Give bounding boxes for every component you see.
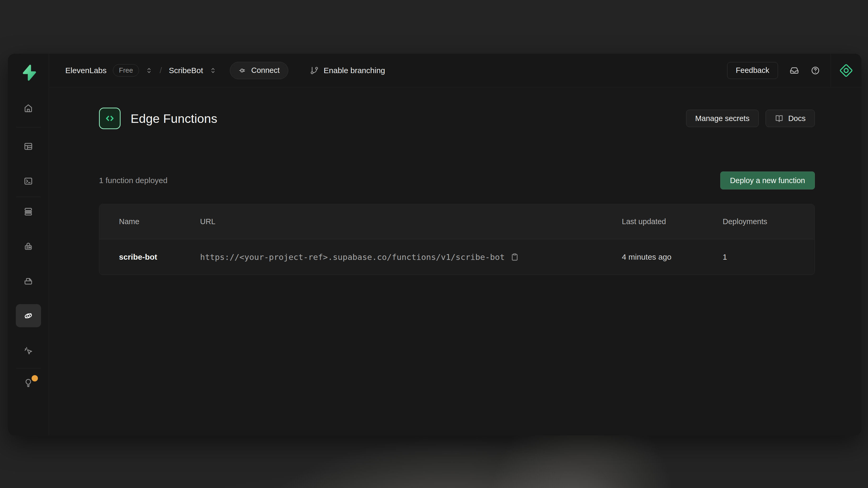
plug-icon [239,66,247,75]
breadcrumb: ElevenLabs Free / ScribeBot [65,62,385,79]
table-editor-icon [24,141,33,151]
notification-dot [32,375,38,382]
enable-branching-label: Enable branching [323,66,385,75]
git-branch-icon [310,66,319,75]
code-icon [104,112,116,124]
function-deployments: 1 [723,253,814,261]
deploy-new-function-button[interactable]: Deploy a new function [720,171,815,189]
connect-label: Connect [251,66,280,75]
page-title-group: Edge Functions [99,107,217,129]
screen: ElevenLabs Free / ScribeBot [0,0,868,488]
sidebar-item-advisors[interactable] [16,375,41,391]
storage-icon [24,276,33,286]
functions-toolbar: 1 function deployed Deploy a new functio… [99,171,815,189]
enable-branching-button[interactable]: Enable branching [310,66,385,75]
org-switcher-chevrons-icon[interactable] [145,67,153,74]
sidebar-item-home[interactable] [16,100,41,116]
realtime-cursor-icon [24,346,33,355]
book-open-icon [775,114,783,123]
main-column: ElevenLabs Free / ScribeBot [49,54,861,435]
sidebar-item-table-editor[interactable] [16,138,41,155]
docs-label: Docs [788,114,806,123]
sidebar-divider [16,127,41,127]
edge-functions-page-icon [99,107,121,129]
sidebar-item-storage[interactable] [16,273,41,289]
page-header-buttons: Manage secrets Docs [686,110,815,127]
sidebar-item-sql-editor[interactable] [16,173,41,189]
page-header: Edge Functions Manage secrets Docs [99,107,815,129]
column-header-url: URL [200,217,622,226]
function-row-scribe-bot[interactable]: scribe-bot https://<your-project-ref>.su… [99,239,814,275]
sql-editor-icon [24,176,33,186]
project-name[interactable]: ScribeBot [169,66,203,75]
functions-table: Name URL Last updated Deployments scribe… [99,204,815,275]
sidebar-item-edge-functions[interactable] [16,304,41,327]
edge-functions-page: Edge Functions Manage secrets Docs [49,87,861,435]
help-icon[interactable] [811,66,820,75]
supabase-logo-icon[interactable] [20,64,37,81]
page-title: Edge Functions [131,111,217,126]
function-last-updated: 4 minutes ago [622,253,723,261]
column-header-name: Name [119,217,200,226]
function-name: scribe-bot [119,253,200,261]
manage-secrets-label: Manage secrets [695,114,749,123]
project-switcher-chevrons-icon[interactable] [209,67,217,74]
inbox-icon[interactable] [789,66,799,75]
edge-functions-icon [24,311,33,321]
assistant-diamond-icon [839,63,854,78]
connect-button[interactable]: Connect [230,62,288,79]
topbar: ElevenLabs Free / ScribeBot [49,54,861,87]
sidebar-divider [16,197,41,197]
functions-table-header: Name URL Last updated Deployments [99,204,814,239]
org-name[interactable]: ElevenLabs [65,66,106,75]
manage-secrets-button[interactable]: Manage secrets [686,110,759,127]
sidebar-item-realtime[interactable] [16,342,41,359]
function-url-cell: https://<your-project-ref>.supabase.co/f… [200,252,622,262]
column-header-last-updated: Last updated [622,217,723,226]
function-url: https://<your-project-ref>.supabase.co/f… [200,252,505,262]
supabase-app-window: ElevenLabs Free / ScribeBot [8,54,861,435]
column-header-deployments: Deployments [723,217,814,226]
docs-button[interactable]: Docs [766,110,815,127]
auth-lock-icon [24,241,33,251]
sidebar [8,54,49,435]
sidebar-item-database[interactable] [16,203,41,220]
database-icon [24,207,33,217]
sidebar-item-authentication[interactable] [16,238,41,254]
plan-badge: Free [113,64,139,76]
copy-url-icon[interactable] [510,253,519,261]
assistant-button[interactable] [831,54,861,87]
topbar-actions: Feedback [727,54,861,87]
feedback-button[interactable]: Feedback [727,62,778,79]
breadcrumb-separator: / [159,66,162,75]
home-icon [24,103,33,113]
sidebar-divider [16,368,41,368]
functions-count: 1 function deployed [99,176,167,185]
